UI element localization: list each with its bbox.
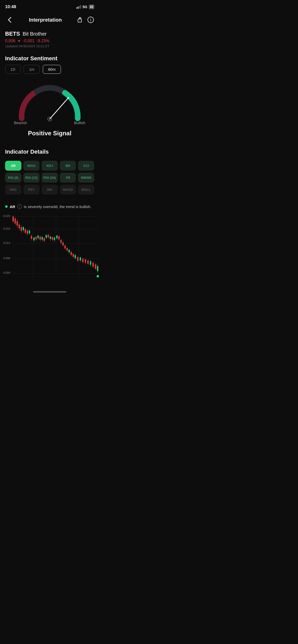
svg-rect-26 <box>19 225 20 228</box>
svg-rect-88 <box>85 259 86 263</box>
svg-rect-98 <box>97 266 98 271</box>
bullish-label: Bullish <box>74 121 85 125</box>
battery-indicator: 43 <box>89 5 94 9</box>
svg-rect-96 <box>95 264 96 269</box>
status-time: 10:48 <box>5 4 16 9</box>
svg-rect-56 <box>50 237 51 239</box>
svg-rect-84 <box>80 257 81 260</box>
status-icons: 5G 43 <box>76 5 94 9</box>
stock-updated: Updated 04/30/2024 16:01 ET <box>5 44 94 48</box>
svg-text:0.012: 0.012 <box>3 241 10 244</box>
svg-rect-66 <box>60 240 62 243</box>
indicator-details: AR BIAS KDJ BR CCI RSI (6) RSI (12) RSI … <box>0 158 99 201</box>
svg-rect-92 <box>90 261 91 265</box>
indicator-btn-RSI12[interactable]: RSI (12) <box>23 173 40 183</box>
indicator-btn-MA[interactable]: MA <box>42 185 58 195</box>
svg-rect-86 <box>82 259 84 262</box>
indicator-btn-KDJ[interactable]: KDJ <box>42 161 58 171</box>
signal-bars-icon <box>76 5 81 9</box>
indicator-description: is severely oversold, the trend is bulli… <box>24 204 91 209</box>
gauge-svg <box>14 81 85 122</box>
timeframe-1m[interactable]: 1m <box>24 65 40 74</box>
indicator-btn-BR[interactable]: BR <box>60 161 76 171</box>
svg-rect-36 <box>29 230 30 233</box>
svg-rect-76 <box>71 252 72 255</box>
stock-info: BETS Bit Brother 0.006 ▼ -0.001 -9.23% U… <box>0 28 99 51</box>
indicator-details-title: Indicator Details <box>0 144 99 158</box>
price-change-percent: -9.23% <box>36 39 49 43</box>
svg-text:0.020: 0.020 <box>3 214 10 217</box>
svg-rect-30 <box>23 227 24 230</box>
svg-rect-78 <box>73 254 74 257</box>
indicator-btn-OSC[interactable]: OSC <box>5 185 21 195</box>
svg-rect-34 <box>27 231 28 234</box>
indicator-btn-RSI24[interactable]: RSI (24) <box>42 173 58 183</box>
share-button[interactable] <box>76 16 84 23</box>
svg-rect-54 <box>48 235 49 237</box>
indicator-btn-MACD[interactable]: MACD <box>60 185 76 195</box>
timeframe-buttons: 1D 1m 60m <box>0 65 99 79</box>
selected-indicator-label: AR <box>10 204 15 209</box>
svg-rect-46 <box>39 237 41 240</box>
indicator-grid-row1: AR BIAS KDJ BR CCI <box>5 161 94 171</box>
svg-text:0.008: 0.008 <box>3 257 10 260</box>
network-type: 5G <box>83 5 87 9</box>
sentiment-title: Indicator Sentiment <box>0 51 99 65</box>
indicator-btn-RSI6[interactable]: RSI (6) <box>5 173 21 183</box>
indicator-desc-row: AR i is severely oversold, the trend is … <box>0 201 99 211</box>
stock-price: 0.006 <box>5 39 15 43</box>
indicator-btn-BIAS[interactable]: BIAS <box>23 161 40 171</box>
indicator-btn-PSY[interactable]: PSY <box>23 185 40 195</box>
stock-ticker: BETS <box>5 31 20 37</box>
gauge-wrapper: Bearish Bullish <box>14 81 85 122</box>
timeframe-60m[interactable]: 60m <box>43 65 61 74</box>
gauge-signal: Positive Signal <box>28 130 72 137</box>
svg-text:i: i <box>90 18 91 22</box>
indicator-btn-CCI[interactable]: CCI <box>78 161 94 171</box>
stock-full-name: Bit Brother <box>23 31 47 37</box>
svg-rect-22 <box>15 218 16 224</box>
price-chart: 0.020 0.016 0.012 0.008 0.004 <box>0 211 99 283</box>
indicator-info-button[interactable]: i <box>17 204 22 209</box>
svg-rect-52 <box>46 235 47 238</box>
home-indicator <box>0 289 99 294</box>
svg-rect-40 <box>33 238 35 240</box>
svg-rect-80 <box>75 255 76 258</box>
svg-rect-82 <box>77 257 78 261</box>
svg-rect-24 <box>17 221 18 226</box>
indicator-status-dot <box>5 205 8 208</box>
indicator-btn-BOLL[interactable]: BOLL <box>78 185 94 195</box>
svg-rect-28 <box>21 227 22 231</box>
timeframe-1d[interactable]: 1D <box>5 65 21 74</box>
svg-rect-32 <box>25 229 26 233</box>
svg-rect-62 <box>56 236 58 238</box>
back-button[interactable] <box>5 15 14 24</box>
svg-text:0.016: 0.016 <box>3 227 10 230</box>
indicator-btn-WMSR[interactable]: WMSR <box>78 173 94 183</box>
svg-point-99 <box>97 275 99 277</box>
svg-rect-64 <box>58 236 60 239</box>
svg-rect-20 <box>12 216 14 222</box>
svg-rect-48 <box>42 237 43 240</box>
svg-rect-68 <box>62 242 64 245</box>
svg-rect-60 <box>54 238 55 240</box>
info-button[interactable]: i <box>87 16 94 23</box>
home-bar <box>33 291 66 292</box>
nav-bar: Interpretation i <box>0 13 99 28</box>
svg-rect-42 <box>35 237 37 239</box>
svg-line-4 <box>50 98 68 119</box>
svg-rect-50 <box>44 238 45 241</box>
price-change: -0.001 <box>23 39 34 43</box>
indicator-grid-row3: OSC PSY MA MACD BOLL <box>5 185 94 195</box>
indicator-btn-VR[interactable]: VR <box>60 173 76 183</box>
svg-rect-0 <box>78 19 82 22</box>
svg-rect-72 <box>66 248 68 251</box>
svg-rect-90 <box>87 260 89 264</box>
stock-name-row: BETS Bit Brother <box>5 31 94 37</box>
svg-rect-38 <box>31 236 32 239</box>
svg-rect-94 <box>92 263 94 267</box>
svg-rect-58 <box>52 237 53 240</box>
price-arrow-icon: ▼ <box>17 39 21 43</box>
nav-actions: i <box>76 16 94 23</box>
indicator-btn-AR[interactable]: AR <box>5 161 21 171</box>
